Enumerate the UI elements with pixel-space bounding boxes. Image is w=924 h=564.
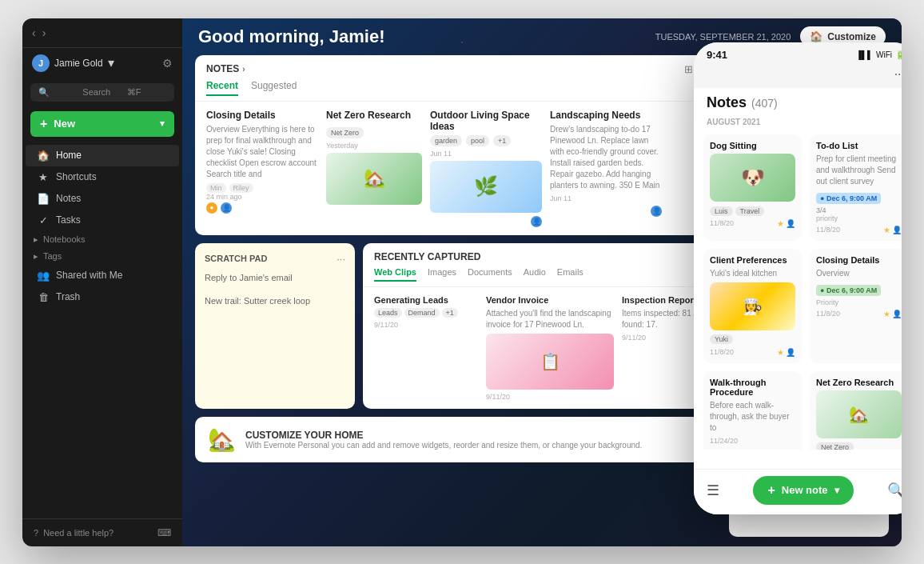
sidebar-item-tasks[interactable]: ✓ Tasks	[26, 210, 179, 231]
phone-note-tag: Luis	[710, 206, 733, 216]
phone-status-icons: ▐▌▌ WiFi 🔋	[856, 50, 902, 59]
sidebar-item-label: Shared with Me	[56, 270, 122, 281]
collab-dot: 👤	[531, 216, 542, 227]
notebooks-label: Notebooks	[43, 234, 86, 244]
phone-note-footer: 11/8/20 ★ 👤	[816, 310, 902, 318]
search-shortcut: ⌘F	[127, 87, 166, 98]
note-tag-netzero: Net Zero	[326, 127, 364, 138]
rc-tab-audio[interactable]: Audio	[524, 267, 546, 282]
gear-icon[interactable]: ⚙	[162, 57, 173, 70]
phone-more-icon[interactable]: ···	[894, 67, 902, 82]
customize-home-title: CUSTOMIZE YOUR HOME	[245, 430, 642, 441]
help-icon: ?	[34, 528, 38, 538]
new-note-button[interactable]: + New note ▾	[753, 476, 853, 505]
notes-grid-icon[interactable]: ⊞	[684, 63, 693, 75]
rc-card-generating[interactable]: Generating Leads Leads Demand +1 9/11/20	[374, 295, 478, 401]
nav-forward-icon[interactable]: ›	[42, 26, 46, 39]
user-info[interactable]: J Jamie Gold ▾	[32, 54, 114, 72]
notes-tabs: Recent Suggested	[195, 80, 719, 102]
scratch-pad-widget: SCRATCH PAD ··· Reply to Jamie's email N…	[195, 243, 355, 409]
tab-recent[interactable]: Recent	[206, 80, 238, 96]
scratch-line-1: Reply to Jamie's email	[205, 271, 345, 286]
phone-section-label: AUGUST 2021	[694, 114, 902, 130]
notes-widget-title[interactable]: NOTES ›	[206, 63, 245, 74]
rc-tab-emails[interactable]: Emails	[557, 267, 583, 282]
search-bar[interactable]: 🔍 Search ⌘F	[30, 83, 174, 102]
user-name: Jamie Gold	[54, 58, 103, 69]
note-card-landscaping[interactable]: Landscaping Needs Drew's landscaping to-…	[550, 110, 662, 227]
search-icon: 🔍	[38, 87, 78, 98]
note-date: Yesterday	[326, 142, 422, 150]
phone-note-card-walkthrough[interactable]: Walk-through Procedure Before each walk-…	[703, 371, 802, 450]
wifi-icon: WiFi	[876, 50, 892, 59]
sidebar-help[interactable]: ? Need a little help? ⌨	[22, 518, 182, 546]
sidebar-item-shortcuts[interactable]: ★ Shortcuts	[26, 166, 179, 188]
phone-note-footer: 11/24/20	[710, 437, 795, 445]
phone-notes-title: Notes	[707, 94, 747, 111]
notes-title-text: NOTES	[206, 63, 239, 74]
sidebar-item-shared[interactable]: 👥 Shared with Me	[26, 265, 179, 286]
phone-note-image: 🏡	[816, 390, 902, 438]
person-icon: 👤	[786, 219, 795, 228]
rc-card-text: Attached you'll find the landscaping inv…	[486, 308, 614, 330]
note-text: Overview Everything is here to prep for …	[206, 124, 318, 180]
help-label: Need a little help?	[43, 528, 114, 538]
phone-note-card-netzero[interactable]: Net Zero Research 🏡 Net Zero 11/24/20 ★ …	[810, 371, 902, 450]
phone-search-icon[interactable]: 🔍	[887, 482, 902, 499]
sidebar-item-notes[interactable]: 📄 Notes	[26, 188, 179, 210]
phone-note-card-dog[interactable]: Dog Sitting 🐶 Luis Travel 11/8/20 ★ 👤	[703, 134, 802, 241]
note-title: Landscaping Needs	[550, 110, 662, 121]
new-note-expand-icon: ▾	[834, 485, 839, 496]
scratch-pad-header: SCRATCH PAD ···	[205, 253, 345, 265]
scratch-pad-text[interactable]: Reply to Jamie's email New trail: Sutter…	[205, 271, 345, 309]
phone-note-text: Prep for client meeting and walkthrough …	[816, 154, 902, 187]
note-card-closing[interactable]: Closing Details Overview Everything is h…	[206, 110, 318, 227]
note-tag-pool: pool	[466, 135, 489, 146]
sidebar-item-home[interactable]: 🏠 Home	[26, 145, 179, 166]
rc-tab-images[interactable]: Images	[428, 267, 456, 282]
avatar: J	[32, 54, 50, 72]
phone-note-card-client[interactable]: Client Preferences Yuki's ideal kitchen …	[703, 249, 802, 363]
rc-grid: Generating Leads Leads Demand +1 9/11/20…	[363, 287, 719, 409]
sidebar-nav-arrows: ‹ ›	[32, 26, 46, 39]
customize-home-desc: With Evernote Personal you can add and r…	[245, 441, 642, 450]
sidebar-tags-section[interactable]: ▸ Tags	[22, 248, 182, 265]
rc-card-title: Vendor Invoice	[486, 295, 614, 305]
phone-note-card-closing[interactable]: Closing Details Overview ● Dec 6, 9:00 A…	[810, 249, 902, 363]
phone-note-title: Net Zero Research	[816, 378, 902, 387]
note-title: Outdoor Living Space Ideas	[430, 110, 542, 132]
phone-note-tag: Travel	[735, 206, 765, 216]
note-card-netzero[interactable]: Net Zero Research Net Zero Yesterday 🏡	[326, 110, 422, 227]
phone-priority: priority	[816, 214, 902, 222]
tab-suggested[interactable]: Suggested	[251, 80, 297, 96]
note-tag-more: +1	[493, 135, 511, 146]
star-icon: ★	[883, 226, 890, 234]
rc-tab-documents[interactable]: Documents	[468, 267, 512, 282]
scratch-more-icon[interactable]: ···	[337, 253, 345, 265]
phone-note-tag-yuki: Yuki	[710, 334, 733, 344]
rc-card-title: Generating Leads	[374, 295, 478, 305]
phone-note-title: Client Preferences	[710, 255, 795, 265]
note-card-outdoor[interactable]: Outdoor Living Space Ideas garden pool +…	[430, 110, 542, 227]
phone-toolbar: ···	[694, 64, 902, 88]
star-icon: ★	[777, 348, 784, 357]
phone-note-card-todo[interactable]: To-do List Prep for client meeting and w…	[810, 134, 902, 241]
nav-back-icon[interactable]: ‹	[32, 26, 36, 39]
battery-icon: 🔋	[895, 50, 902, 59]
new-button[interactable]: + New ▾	[30, 111, 174, 137]
sidebar-notebooks-section[interactable]: ▸ Notebooks	[22, 231, 182, 248]
note-image-outdoor: 🌿	[430, 161, 542, 213]
rc-card-vendor[interactable]: Vendor Invoice Attached you'll find the …	[486, 295, 614, 401]
sidebar-item-trash[interactable]: 🗑 Trash	[26, 286, 179, 308]
shared-icon: 👥	[37, 270, 50, 282]
phone-note-title: Walk-through Procedure	[710, 378, 795, 397]
user-row: J Jamie Gold ▾ ⚙	[22, 48, 182, 78]
dog-img-placeholder: 🐶	[710, 154, 795, 202]
rc-tab-webclips[interactable]: Web Clips	[374, 267, 416, 282]
phone-menu-icon[interactable]: ☰	[707, 482, 719, 499]
rc-tag-leads: Leads	[374, 308, 402, 318]
note-image-netzero: 🏡	[326, 153, 422, 205]
phone-note-actions: ★ 👤	[883, 226, 902, 234]
customize-home-text: CUSTOMIZE YOUR HOME With Evernote Person…	[245, 430, 642, 450]
mobile-overlay: 9:41 ▐▌▌ WiFi 🔋 ··· Notes (407) AUGUST 2…	[694, 42, 902, 514]
